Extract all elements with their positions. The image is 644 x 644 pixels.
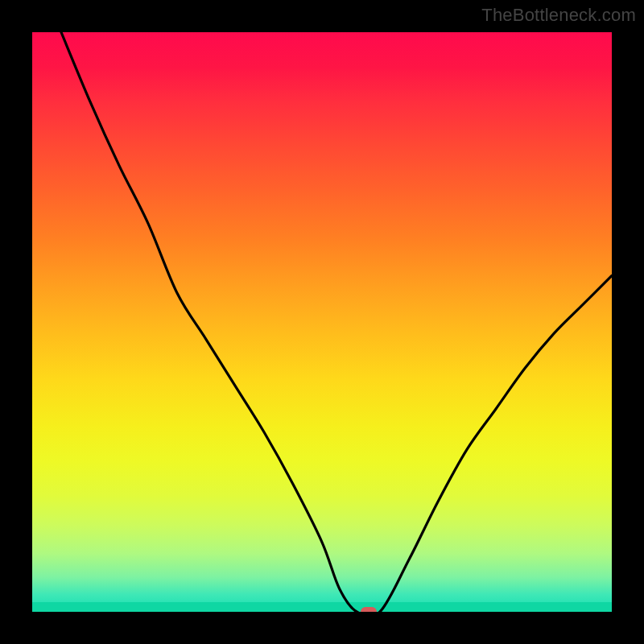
chart-frame: TheBottleneck.com [0,0,644,644]
curve-path [61,32,612,612]
plot-area [32,32,612,612]
watermark-text: TheBottleneck.com [481,5,636,26]
bottleneck-curve [32,32,612,612]
minimum-marker [361,607,377,612]
